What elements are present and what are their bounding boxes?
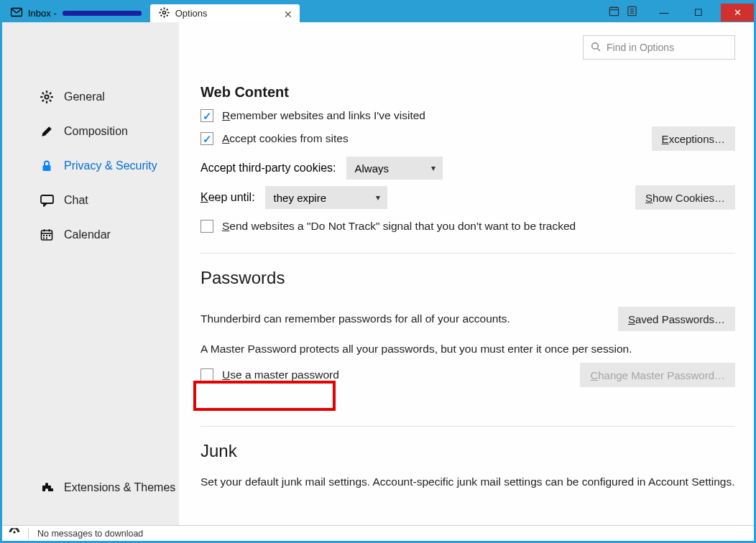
svg-line-23 <box>42 93 44 94</box>
svg-line-9 <box>167 9 168 10</box>
search-placeholder: Find in Options <box>607 42 674 53</box>
svg-rect-34 <box>46 235 47 236</box>
svg-line-8 <box>160 14 162 16</box>
svg-line-7 <box>167 14 168 16</box>
accept-cookies-label: ccept cookies from sites <box>229 132 348 144</box>
svg-point-40 <box>14 532 16 534</box>
section-web-content: Web Content <box>200 84 735 101</box>
tab-options-label: Options <box>175 8 208 19</box>
activity-icon <box>9 528 19 539</box>
tab-inbox[interactable]: Inbox - <box>2 4 150 22</box>
use-master-label: se a master password <box>230 368 339 381</box>
third-party-label: Accept third-party cookies: <box>200 162 336 175</box>
titlebar: Inbox - Options ✕ — ☐ ✕ <box>2 2 754 22</box>
close-tab-icon[interactable]: ✕ <box>284 9 292 20</box>
third-party-select[interactable]: Always <box>346 157 443 180</box>
pencil-icon <box>40 125 54 138</box>
dnt-row[interactable]: Send websites a "Do Not Track" signal th… <box>200 220 735 233</box>
sidebar-label: General <box>64 90 105 103</box>
mail-icon <box>11 7 22 19</box>
remember-label: emember websites and links I've visited <box>230 109 425 121</box>
sidebar-label: Chat <box>64 194 88 207</box>
svg-rect-35 <box>49 235 50 236</box>
sidebar: General Composition Privacy & Security C… <box>2 22 179 525</box>
svg-line-25 <box>42 100 44 101</box>
sidebar-item-general[interactable]: General <box>2 80 179 114</box>
sidebar-label: Extensions & Themes <box>64 481 175 494</box>
junk-desc: Set your default junk mail settings. Acc… <box>200 475 735 488</box>
svg-rect-33 <box>43 235 45 236</box>
maximize-button[interactable]: ☐ <box>686 4 711 22</box>
svg-rect-27 <box>43 165 51 171</box>
search-icon <box>591 42 601 54</box>
tab-inbox-label: Inbox - <box>28 8 57 19</box>
svg-line-39 <box>598 48 601 51</box>
gear-icon <box>159 7 170 20</box>
puzzle-icon <box>40 481 54 494</box>
keep-until-select[interactable]: they expire <box>265 186 387 209</box>
checkbox-master-password[interactable] <box>200 368 213 381</box>
svg-point-18 <box>45 95 48 98</box>
svg-point-38 <box>592 42 599 49</box>
svg-point-1 <box>162 11 165 14</box>
sidebar-label: Calendar <box>64 228 111 241</box>
section-junk: Junk <box>200 441 735 461</box>
search-input[interactable]: Find in Options <box>583 35 735 60</box>
tasks-mini-icon[interactable] <box>627 6 637 19</box>
status-message: No messages to download <box>37 529 143 539</box>
statusbar: No messages to download <box>2 525 754 541</box>
divider <box>200 426 735 427</box>
section-passwords: Passwords <box>200 268 735 288</box>
window-close-button[interactable]: ✕ <box>721 4 754 22</box>
sidebar-label: Composition <box>64 125 128 138</box>
svg-line-6 <box>160 9 162 10</box>
divider <box>200 253 735 254</box>
svg-rect-10 <box>609 7 618 15</box>
saved-passwords-button[interactable]: Saved Passwords… <box>618 307 735 331</box>
svg-rect-28 <box>41 195 53 203</box>
dnt-label: end websites a "Do Not Track" signal tha… <box>229 220 576 232</box>
sidebar-label: Privacy & Security <box>64 159 157 172</box>
keep-until-label: eep until: <box>208 191 255 203</box>
passwords-desc: Thunderbird can remember passwords for a… <box>200 312 510 325</box>
minimize-button[interactable]: — <box>652 4 676 22</box>
gear-icon <box>40 90 54 103</box>
sidebar-item-calendar[interactable]: Calendar <box>2 218 179 252</box>
checkbox-remember[interactable] <box>200 109 213 122</box>
master-desc: A Master Password protects all your pass… <box>200 343 632 356</box>
svg-rect-36 <box>43 238 45 239</box>
change-master-button: Change Master Password… <box>580 363 735 387</box>
exceptions-button[interactable]: Exceptions… <box>652 126 735 151</box>
redacted-email <box>63 11 142 16</box>
checkbox-dnt[interactable] <box>200 220 213 233</box>
calendar-icon <box>40 228 54 241</box>
tab-options[interactable]: Options ✕ <box>150 4 300 22</box>
svg-line-24 <box>50 100 51 101</box>
checkbox-accept-cookies[interactable] <box>200 132 213 145</box>
sidebar-item-privacy[interactable]: Privacy & Security <box>2 149 179 183</box>
chat-icon <box>40 195 54 207</box>
calendar-mini-icon[interactable] <box>609 6 619 19</box>
svg-line-26 <box>50 93 51 94</box>
sidebar-item-chat[interactable]: Chat <box>2 183 179 218</box>
show-cookies-button[interactable]: Show Cookies… <box>635 185 735 210</box>
sidebar-item-extensions[interactable]: Extensions & Themes <box>2 470 179 505</box>
sidebar-item-composition[interactable]: Composition <box>2 114 179 149</box>
svg-rect-37 <box>46 238 47 239</box>
remember-websites-row[interactable]: Remember websites and links I've visited <box>200 109 735 122</box>
lock-icon <box>40 159 54 172</box>
